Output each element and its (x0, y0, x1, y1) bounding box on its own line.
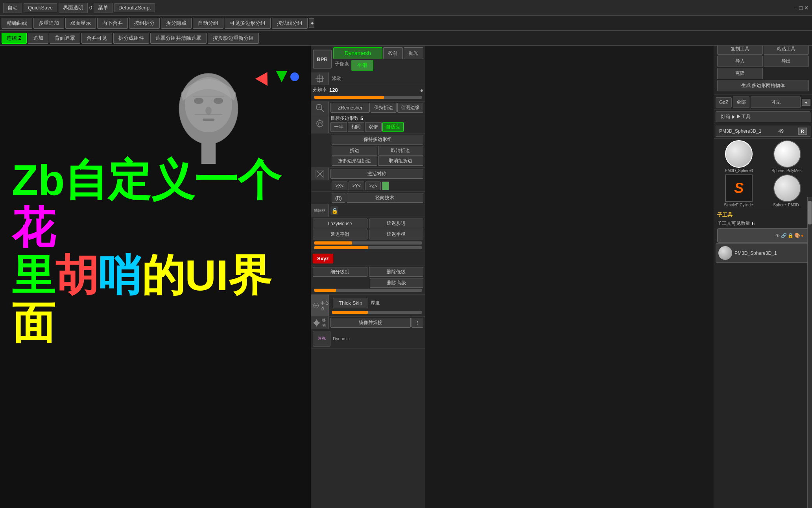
fine-level-slider-bar[interactable] (314, 289, 422, 292)
sxyz-btn[interactable]: Sxyz (313, 254, 333, 263)
same-btn[interactable]: 相同 (348, 122, 364, 132)
projection-btn[interactable]: 投射 (383, 47, 403, 59)
dynamesh-button[interactable]: Dynamesh (333, 47, 382, 59)
double-side-btn[interactable]: 双面显示 (65, 18, 96, 29)
target-poly-row: 目标多边形数 5 一半 相同 双倍 自适应 (311, 114, 425, 133)
lazy-smooth-btn[interactable]: 延迟平滑 (313, 230, 367, 239)
activate-symmetry-btn[interactable]: 激活对称 (330, 169, 423, 179)
goz-btn[interactable]: GoZ (716, 97, 732, 108)
main-subtool-item[interactable]: PM3D_Sphere3D_1 (716, 243, 810, 263)
scroll-thumb[interactable] (808, 201, 812, 224)
y-axis-btn[interactable]: >Y< (349, 182, 364, 190)
thumb-pm3d-sphere3[interactable]: PM3D_Sphere3 (716, 140, 762, 173)
thumb-simple[interactable]: S SimpleE Cylinde: (716, 174, 762, 207)
lazy-radius-slider-bar[interactable] (314, 246, 422, 249)
adaptive-btn[interactable]: 自适应 (382, 122, 404, 132)
thumb-simple-label: SimpleE Cylinde: (724, 203, 754, 207)
append-btn[interactable]: 追加 (28, 33, 48, 44)
radial-tech-btn[interactable]: 径向技术 (347, 193, 423, 203)
script-btn[interactable]: DefaultZScript (114, 3, 155, 12)
active-axis-btn[interactable] (382, 182, 389, 190)
sub-tool-count-row: 子工具可见数量 6 (716, 219, 810, 228)
vertical-scrollbar[interactable] (807, 197, 812, 508)
menu-btn[interactable]: 菜单 (94, 3, 113, 13)
lazy-mouse-btn[interactable]: LazyMouse (313, 219, 367, 228)
double-btn[interactable]: 双倍 (365, 122, 382, 132)
mirror-options-btn[interactable]: ⋮ (412, 318, 423, 328)
sub-tool-item[interactable]: 👁 🔗 🔒 🎨 ● (717, 228, 809, 243)
x-axis-btn[interactable]: >X< (332, 182, 347, 190)
mask-group-btn[interactable]: 遮罩分组并清除遮罩 (150, 33, 207, 44)
z-axis-btn[interactable]: >Z< (365, 182, 381, 190)
visible-poly-group-btn[interactable]: 可见多边形分组 (225, 18, 271, 29)
lightbox-section: 灯箱 ▶工具 (714, 110, 812, 124)
del-higher-btn[interactable]: 删除高级 (370, 278, 424, 288)
r-key-btn[interactable]: R (802, 99, 810, 106)
lazy-step-btn[interactable]: 延迟步进 (369, 219, 424, 228)
add-move-icon[interactable] (311, 72, 329, 85)
sub-tool-lock-icon: 🔒 (788, 233, 794, 238)
options-dot-btn[interactable]: ● (309, 18, 314, 28)
generate-mesh-btn[interactable]: 生成 多边形网格物体 (717, 80, 809, 91)
add-move-row: 添动 (311, 72, 425, 85)
del-lower-btn[interactable]: 删除低级 (369, 267, 424, 277)
maximize-icon[interactable]: □ (799, 5, 803, 11)
bpr-button[interactable]: BPR (313, 50, 332, 69)
merge-visible-btn[interactable]: 合并可见 (81, 33, 112, 44)
polish-btn[interactable]: 抛光 (404, 47, 423, 59)
subdivision-slider-bar[interactable] (314, 96, 422, 99)
thick-skin-btn[interactable]: Thick Skin (333, 298, 368, 308)
lazy-radius-btn[interactable]: 延迟半径 (369, 230, 424, 239)
head-3d (169, 61, 248, 172)
center-point-icon[interactable]: 中心点 (311, 295, 329, 316)
move-icon[interactable]: 移动 (311, 317, 329, 329)
tool-r-btn[interactable]: R (798, 128, 807, 135)
cancel-group-fold-btn[interactable]: 取消组折边 (378, 156, 424, 166)
thickness-slider-bar[interactable] (332, 311, 422, 314)
back-mask-btn[interactable]: 背面遮罩 (50, 33, 80, 44)
split-group-btn[interactable]: 按组拆分 (129, 18, 160, 29)
nav-dot-blue (290, 72, 299, 81)
fine-level-btn[interactable]: 细分级别 (313, 267, 367, 277)
mirror-weld-btn[interactable]: 镜像并焊接 (330, 318, 411, 328)
res-100-icon[interactable] (311, 114, 329, 133)
zoom2d-icon[interactable] (311, 102, 329, 114)
auto-group-btn[interactable]: 自动分组 (193, 18, 223, 29)
surface-transparent-btn[interactable]: 界面透明 (59, 3, 88, 13)
thumb-pm3d[interactable]: Sphere: PM3D_ (764, 174, 811, 207)
visible-btn[interactable]: 可见 (751, 96, 801, 108)
r-sym-btn[interactable]: (R) (332, 193, 345, 203)
detect-edge-btn[interactable]: 侦测边缘 (397, 103, 423, 113)
fold-by-group-btn[interactable]: 按多边形组折边 (332, 156, 377, 166)
close-icon[interactable]: ✕ (804, 5, 809, 11)
dynamic-subdiv-icon[interactable]: 逐视 (313, 331, 330, 347)
lightbox-btn[interactable]: 灯箱 ▶工具 (716, 111, 810, 122)
minimize-icon[interactable]: ─ (794, 5, 798, 11)
merge-down-btn[interactable]: 向下合并 (97, 18, 128, 29)
multi-add-btn[interactable]: 多重追加 (33, 18, 64, 29)
split-component-btn[interactable]: 拆分成组件 (113, 33, 149, 44)
cancel-fold-btn[interactable]: 取消折边 (378, 146, 424, 156)
auto-btn[interactable]: 自动 (3, 3, 22, 13)
split-hidden-btn[interactable]: 拆分隐藏 (161, 18, 192, 29)
all-btn[interactable]: 全部 (733, 96, 749, 108)
export-btn[interactable]: 导出 (764, 56, 809, 67)
precise-curve-btn[interactable]: 精确曲线 (2, 18, 32, 29)
keep-polygroup-btn[interactable]: 保持多边形组 (332, 135, 423, 145)
continue-z-btn[interactable]: 连续 Z (2, 33, 27, 44)
fold-edge-btn[interactable]: 折边 (332, 146, 377, 156)
lazy-step-slider-bar[interactable] (314, 241, 422, 245)
thumb-polymesh[interactable]: Sphere: PolyMes: (764, 140, 811, 173)
quicksave-btn[interactable]: QuickSave (24, 3, 57, 12)
smooth-btn[interactable]: 平滑 (351, 60, 373, 71)
symmetry-icon[interactable] (311, 168, 329, 180)
normal-group-btn[interactable]: 按法线分组 (272, 18, 308, 29)
subdivision-close[interactable]: ● (420, 87, 423, 93)
regroup-edge-btn[interactable]: 按投影边重新分组 (208, 33, 259, 44)
zremesher-btn[interactable]: ZRemesher (330, 103, 370, 113)
half-btn[interactable]: 一半 (330, 122, 347, 132)
keep-edge-btn[interactable]: 保持折边 (371, 103, 397, 113)
clone-btn[interactable]: 克隆 (717, 68, 763, 79)
local-sym-icon[interactable]: 地同格 (311, 204, 329, 217)
import-btn[interactable]: 导入 (717, 56, 763, 67)
